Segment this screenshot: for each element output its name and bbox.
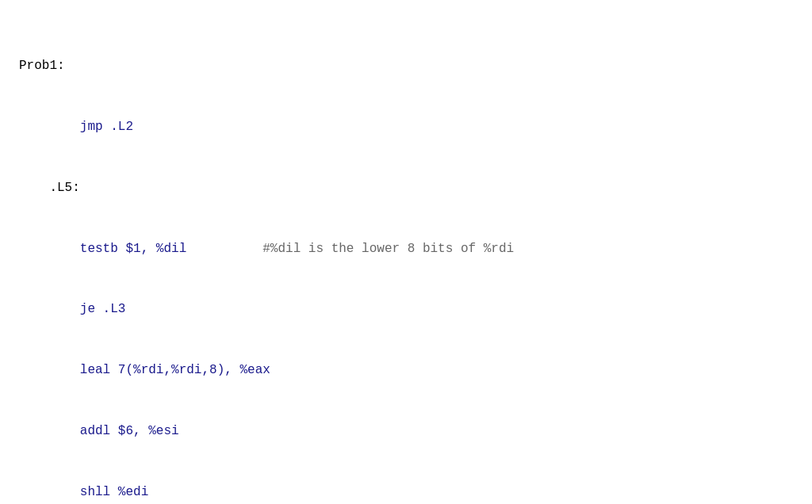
line-jmp-l2-1: jmp .L2 [19, 117, 793, 138]
line-prob1-label: Prob1: [19, 56, 793, 77]
line-je-l3: je .L3 [19, 300, 793, 320]
line-l5-label: .L5: [19, 178, 793, 199]
code-block: Prob1: jmp .L2 .L5: testb $1, %dil #%dil… [19, 16, 793, 504]
line-shll-1: shll %edi [19, 483, 793, 503]
line-leal-1: leal 7(%rdi,%rdi,8), %eax [19, 361, 793, 381]
line-testb: testb $1, %dil #%dil is the lower 8 bits… [19, 239, 793, 260]
line-addl-1: addl $6, %esi [19, 422, 793, 442]
